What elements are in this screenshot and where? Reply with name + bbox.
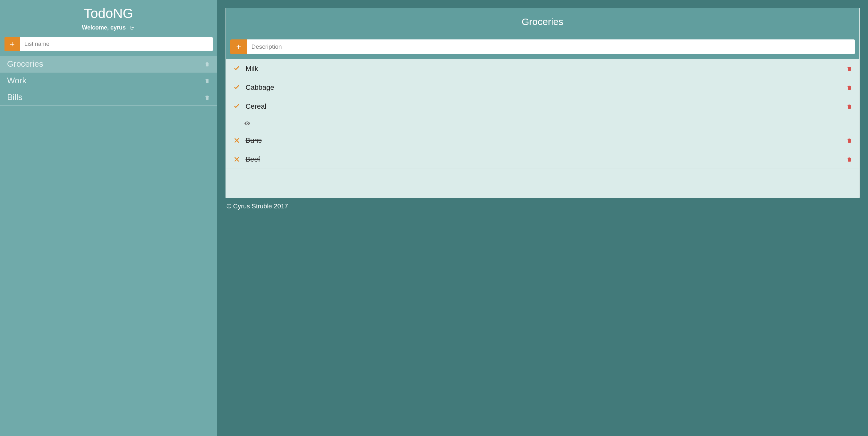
- list-item: Cereal: [226, 97, 860, 116]
- toggle-completed-row[interactable]: [226, 116, 860, 131]
- trash-icon[interactable]: [846, 103, 852, 110]
- check-icon[interactable]: [233, 84, 241, 91]
- sidebar-item-label: Groceries: [7, 59, 43, 69]
- item-label[interactable]: Cabbage: [246, 83, 847, 92]
- welcome-row: Welcome, cyrus: [0, 23, 217, 37]
- list-panel-title: Groceries: [226, 8, 860, 35]
- item-label[interactable]: Beef: [246, 155, 847, 164]
- add-item-row: [226, 35, 860, 59]
- main-area: Groceries Milk: [217, 0, 868, 436]
- welcome-prefix: Welcome,: [82, 24, 110, 31]
- check-icon[interactable]: [233, 65, 241, 72]
- add-item-button[interactable]: [230, 39, 247, 54]
- list-item: Beef: [226, 150, 860, 169]
- eye-icon: [244, 120, 251, 127]
- x-icon[interactable]: [233, 156, 241, 163]
- item-label[interactable]: Milk: [246, 64, 847, 73]
- welcome-username: cyrus: [110, 24, 126, 31]
- list-item: Buns: [226, 131, 860, 150]
- plus-icon: [9, 41, 15, 47]
- trash-icon[interactable]: [204, 77, 210, 84]
- item-list: Milk Cabbage: [226, 59, 860, 198]
- item-label[interactable]: Cereal: [246, 102, 847, 111]
- list-of-lists: Groceries Work Bills: [0, 56, 217, 106]
- trash-icon[interactable]: [204, 61, 210, 67]
- sidebar-item-label: Bills: [7, 92, 23, 102]
- sidebar-item-bills[interactable]: Bills: [0, 89, 217, 106]
- list-item: Milk: [226, 59, 860, 78]
- footer-copyright: © Cyrus Struble 2017: [225, 198, 860, 212]
- trash-icon[interactable]: [846, 65, 852, 72]
- sidebar-item-label: Work: [7, 76, 26, 86]
- sidebar-item-groceries[interactable]: Groceries: [0, 56, 217, 72]
- new-list-input[interactable]: [20, 37, 213, 51]
- new-item-input[interactable]: [247, 39, 855, 54]
- sign-out-icon[interactable]: [129, 25, 135, 31]
- list-panel: Groceries Milk: [225, 8, 860, 198]
- trash-icon[interactable]: [846, 137, 852, 144]
- trash-icon[interactable]: [204, 94, 210, 101]
- list-item: Cabbage: [226, 78, 860, 97]
- sidebar-item-work[interactable]: Work: [0, 72, 217, 89]
- add-list-button[interactable]: [4, 37, 20, 51]
- check-icon[interactable]: [233, 103, 241, 110]
- add-list-row: [0, 37, 217, 56]
- item-label[interactable]: Buns: [246, 136, 847, 144]
- trash-icon[interactable]: [846, 156, 852, 163]
- sidebar: TodoNG Welcome, cyrus Groceries: [0, 0, 217, 436]
- plus-icon: [236, 44, 242, 50]
- trash-icon[interactable]: [846, 84, 852, 91]
- x-icon[interactable]: [233, 137, 241, 144]
- app-title: TodoNG: [0, 0, 217, 23]
